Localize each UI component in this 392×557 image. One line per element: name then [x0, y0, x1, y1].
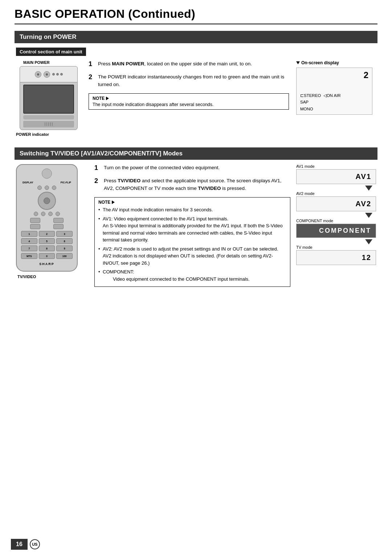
note-bullet-2: AV1: Video equipment connected to the AV… — [98, 215, 286, 244]
remote-btn-0: 0 — [39, 253, 55, 259]
av2-mode-label: AV2 mode — [296, 191, 376, 196]
remote-btn-2: 2 — [39, 231, 55, 237]
component-mode-box: COMPONENT — [296, 224, 376, 238]
step-2: 2 The POWER indicator instantaneously ch… — [89, 73, 289, 89]
component-display: COMPONENT — [319, 227, 371, 234]
remote-btn-9: 9 — [56, 245, 73, 251]
switch-note-label: NOTE — [98, 200, 286, 205]
step-1-num: 1 — [89, 60, 95, 68]
switch-note-label-text: NOTE — [98, 200, 110, 205]
tv-screen — [23, 85, 74, 114]
section1-header: Turning on POWER — [15, 31, 377, 43]
tv-mode-box: 12 — [296, 250, 376, 265]
switch-step-1-num: 1 — [94, 164, 101, 172]
remote-mute-btn — [34, 212, 38, 216]
step-2-num: 2 — [89, 73, 95, 81]
tv-mode-row: TV mode 12 — [296, 245, 376, 266]
remote-bright-btn — [41, 212, 45, 216]
remote-sleep-btn — [37, 186, 42, 190]
note-box: NOTE The input mode indication disappear… — [89, 93, 289, 110]
remote-mts-row: MTS 0 100 — [21, 253, 73, 259]
av2-mode-row: AV2 mode AV2 — [296, 191, 376, 212]
switch-step-2-text: Press TV/VIDEO and select the applicable… — [104, 177, 290, 192]
av2-mode-box: AV2 — [296, 196, 376, 211]
locale-badge: US — [30, 539, 40, 549]
remote-ch-up — [53, 218, 64, 223]
remote-cc-btn — [48, 212, 53, 216]
page-footer: 16 US — [0, 539, 392, 550]
switch-note-box: NOTE The AV input mode indication remain… — [94, 197, 290, 287]
onscreen-box: 2 ⊏STEREO ◁ON AIR SAP MONO — [296, 68, 372, 115]
power-steps: 1 Press MAIN POWER, located on the upper… — [89, 60, 289, 110]
arrow-component-tv — [296, 239, 376, 244]
remote-vol-dn — [30, 224, 40, 229]
remote-btn3 — [52, 186, 56, 190]
tv-bottom-bar — [23, 115, 74, 119]
av2-display: AV2 — [356, 200, 371, 208]
tv-illustration: MAIN POWER — [16, 60, 81, 137]
page-number: 16 — [11, 539, 28, 550]
remote-btn-5: 5 — [39, 238, 55, 244]
arrow-av1-av2 — [296, 186, 376, 191]
note-label: NOTE — [93, 96, 285, 101]
av1-mode-box: AV1 — [296, 169, 376, 184]
onscreen-display-area: On-screen display 2 ⊏STEREO ◁ON AIR SAP … — [296, 60, 376, 115]
arrow-down-icon-1 — [365, 186, 372, 191]
switch-note-bullets: The AV input mode indication remains for… — [98, 206, 286, 282]
remote-mts-btn: MTS — [21, 253, 37, 259]
mode-display-area: AV1 mode AV1 AV2 mode AV2 — [296, 164, 376, 266]
dial-left — [35, 71, 41, 78]
switching-modes-section: Switching TV/VIDEO [AV1/AV2/COMPONENT/TV… — [15, 147, 377, 287]
av1-display: AV1 — [356, 172, 371, 180]
step-2-text: The POWER indicator instantaneously chan… — [98, 73, 289, 89]
switch-step-1: 1 Turn on the power of the connected vid… — [94, 164, 290, 172]
onscreen-display-label: On-screen display — [296, 60, 376, 65]
remote-nav-circle — [38, 192, 56, 210]
tv-video-label: TV/VIDEO — [17, 275, 36, 279]
remote-illustration: DISPLAY PIC-FLIP — [16, 164, 89, 272]
page-title: BASIC OPERATION (Continued) — [15, 7, 377, 24]
remote-ch-dn — [53, 224, 64, 229]
remote-display-label: DISPLAY — [23, 181, 33, 184]
note-arrow-icon — [106, 97, 109, 100]
arrow-down-icon-2 — [365, 213, 372, 218]
switching-content: DISPLAY PIC-FLIP — [16, 164, 376, 287]
remote-btn2 — [45, 186, 49, 190]
remote-sleep-row — [21, 186, 73, 190]
onscreen-display-text: On-screen display — [301, 60, 339, 65]
note-text: The input mode indication disappears aft… — [93, 102, 285, 107]
switch-step-2-num: 2 — [94, 177, 101, 185]
component-mode-row: COMPONENT mode COMPONENT — [296, 219, 376, 239]
remote-btn-4: 4 — [21, 238, 37, 244]
arrow-down-icon-3 — [365, 239, 372, 244]
switch-step-2: 2 Press TV/VIDEO and select the applicab… — [94, 177, 290, 192]
remote-btn-3: 3 — [56, 231, 73, 237]
step-1: 1 Press MAIN POWER, located on the upper… — [89, 60, 289, 68]
turning-on-power-section: Turning on POWER Control section of main… — [15, 31, 377, 137]
switch-note-arrow-icon — [112, 200, 115, 204]
tv-display: 12 — [362, 253, 371, 261]
tv-top-panel — [20, 66, 78, 82]
tv-speaker — [23, 121, 74, 127]
remote-number-grid: 1 2 3 4 5 6 7 8 9 — [21, 231, 73, 251]
main-power-label: MAIN POWER — [23, 60, 50, 65]
remote-small-row — [21, 212, 73, 216]
tv-mode-label: TV mode — [296, 245, 376, 249]
onscreen-line-2: SAP — [300, 99, 368, 105]
remote-100-btn: 100 — [56, 253, 73, 259]
control-dots — [52, 73, 63, 76]
remote-tvvideo-btn — [56, 212, 60, 216]
remote-picflip-label: PIC-FLIP — [61, 181, 71, 184]
onscreen-number: 2 — [300, 70, 368, 80]
remote-body: DISPLAY PIC-FLIP — [16, 164, 78, 272]
dial-right — [44, 71, 50, 78]
av1-mode-row: AV1 mode AV1 — [296, 164, 376, 185]
remote-btn-7: 7 — [21, 245, 37, 251]
onscreen-line-1: ⊏STEREO ◁ON AIR — [300, 92, 368, 99]
power-indicator-label: POWER indicator — [16, 132, 49, 137]
remote-menu-btn — [44, 198, 50, 204]
sub-section-label: Control section of main unit — [16, 48, 86, 56]
remote-vol-up — [30, 218, 40, 223]
switch-steps: 1 Turn on the power of the connected vid… — [94, 164, 290, 287]
component-mode-label: COMPONENT mode — [296, 219, 376, 223]
